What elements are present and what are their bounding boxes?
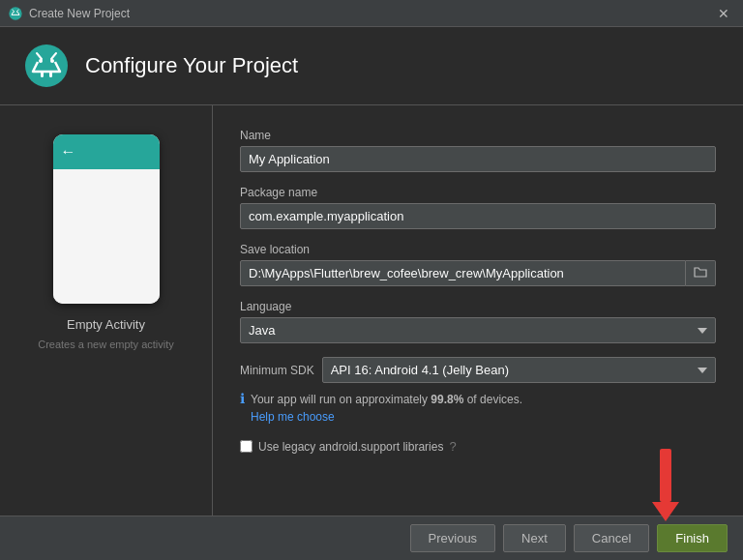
activity-description: Creates a new empty activity bbox=[38, 338, 174, 352]
finish-button[interactable]: Finish bbox=[657, 524, 728, 552]
phone-preview: ← bbox=[53, 134, 160, 304]
save-location-input[interactable] bbox=[240, 260, 686, 286]
phone-body bbox=[53, 169, 160, 304]
language-select[interactable]: Java Kotlin bbox=[240, 317, 716, 343]
name-field-group: Name bbox=[240, 129, 716, 172]
left-panel: ← Empty Activity Creates a new empty act… bbox=[0, 105, 213, 516]
help-me-choose-link[interactable]: Help me choose bbox=[251, 410, 335, 424]
browse-folder-button[interactable] bbox=[686, 260, 716, 286]
android-logo bbox=[23, 43, 70, 89]
package-name-input[interactable] bbox=[240, 203, 716, 229]
name-label: Name bbox=[240, 129, 716, 142]
sdk-row: Minimum SDK API 16: Android 4.1 (Jelly B… bbox=[240, 357, 716, 383]
svg-point-1 bbox=[14, 11, 15, 12]
arrow-head bbox=[652, 502, 679, 521]
language-label: Language bbox=[240, 300, 716, 313]
sdk-info-row: ℹ Your app will run on approximately 99.… bbox=[240, 391, 716, 426]
min-sdk-label: Minimum SDK bbox=[240, 364, 314, 377]
android-title-icon bbox=[8, 6, 23, 21]
legacy-checkbox-row: Use legacy android.support libraries ? bbox=[240, 439, 716, 454]
min-sdk-group: Minimum SDK API 16: Android 4.1 (Jelly B… bbox=[240, 357, 716, 426]
title-bar: Create New Project ✕ bbox=[0, 0, 743, 27]
save-location-label: Save location bbox=[240, 243, 716, 256]
activity-label: Empty Activity bbox=[67, 317, 145, 332]
name-input[interactable] bbox=[240, 146, 716, 172]
cancel-button[interactable]: Cancel bbox=[574, 524, 649, 552]
dialog-footer: Previous Next Cancel Finish bbox=[0, 516, 743, 560]
next-button[interactable]: Next bbox=[503, 524, 566, 552]
language-group: Language Java Kotlin bbox=[240, 300, 716, 343]
title-bar-left: Create New Project bbox=[8, 6, 130, 21]
phone-toolbar: ← bbox=[53, 134, 160, 169]
save-location-group: Save location bbox=[240, 243, 716, 286]
package-label: Package name bbox=[240, 186, 716, 199]
svg-rect-6 bbox=[41, 71, 44, 77]
checkbox-help-icon[interactable]: ? bbox=[449, 439, 456, 454]
arrow-shaft bbox=[660, 449, 671, 502]
page-title: Configure Your Project bbox=[85, 53, 298, 78]
min-sdk-select[interactable]: API 16: Android 4.1 (Jelly Bean) API 21:… bbox=[322, 357, 716, 383]
phone-back-arrow: ← bbox=[61, 143, 76, 161]
dialog-header: Configure Your Project bbox=[0, 27, 743, 105]
title-bar-text: Create New Project bbox=[29, 7, 130, 20]
legacy-libraries-label: Use legacy android.support libraries bbox=[258, 440, 443, 454]
info-icon: ℹ bbox=[240, 391, 245, 406]
close-button[interactable]: ✕ bbox=[712, 4, 735, 23]
sdk-info-text: Your app will run on approximately 99.8%… bbox=[251, 391, 522, 426]
main-content: ← Empty Activity Creates a new empty act… bbox=[0, 105, 743, 516]
svg-point-3 bbox=[25, 44, 68, 87]
save-location-row bbox=[240, 260, 716, 286]
legacy-libraries-checkbox[interactable] bbox=[240, 440, 253, 453]
svg-rect-7 bbox=[49, 71, 52, 77]
svg-point-0 bbox=[9, 7, 21, 19]
previous-button[interactable]: Previous bbox=[410, 524, 496, 552]
svg-point-2 bbox=[16, 11, 17, 12]
package-name-group: Package name bbox=[240, 186, 716, 229]
